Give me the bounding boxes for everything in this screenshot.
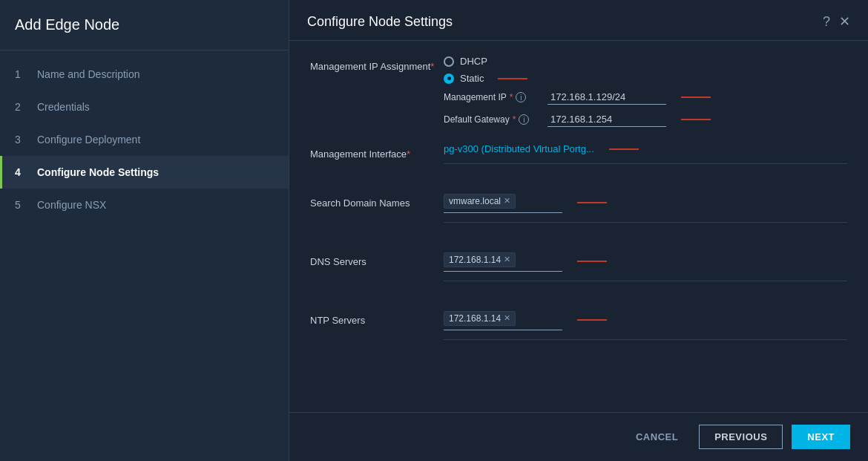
main-panel: Configure Node Settings ? ✕ Management I… bbox=[289, 0, 868, 461]
mgmt-ip-info-icon[interactable]: i bbox=[516, 92, 526, 102]
help-icon[interactable]: ? bbox=[823, 14, 830, 30]
header-icons: ? ✕ bbox=[823, 13, 850, 30]
sidebar-item-configure-deployment[interactable]: 3 Configure Deployment bbox=[0, 123, 289, 156]
management-interface-label: Management Interface* bbox=[310, 143, 444, 161]
static-indicator bbox=[498, 78, 527, 79]
management-interface-field: pg-v300 (Distributed Virtual Portg... bbox=[444, 143, 847, 176]
sidebar-title: Add Edge Node bbox=[0, 0, 289, 50]
sidebar: Add Edge Node 1 Name and Description 2 C… bbox=[0, 0, 289, 461]
ntp-servers-label: NTP Servers bbox=[310, 310, 444, 327]
step-number-1: 1 bbox=[15, 68, 27, 80]
radio-static-circle[interactable] bbox=[444, 73, 454, 84]
ntp-servers-row: NTP Servers 172.168.1.14 ✕ bbox=[310, 310, 847, 352]
cancel-button[interactable]: CANCEL bbox=[624, 425, 690, 448]
management-ip-input[interactable] bbox=[548, 90, 666, 105]
search-domain-indicator bbox=[577, 202, 607, 203]
step-label-3: Configure Deployment bbox=[37, 134, 140, 146]
dns-tag-close[interactable]: ✕ bbox=[504, 255, 510, 264]
search-domain-divider bbox=[444, 222, 847, 223]
close-icon[interactable]: ✕ bbox=[839, 13, 850, 30]
dns-divider bbox=[444, 281, 847, 281]
sidebar-item-credentials[interactable]: 2 Credentials bbox=[0, 91, 289, 123]
search-domain-input[interactable]: vmware.local ✕ bbox=[444, 192, 562, 213]
management-interface-row: Management Interface* pg-v300 (Distribut… bbox=[310, 143, 847, 176]
dhcp-label: DHCP bbox=[460, 56, 487, 67]
search-domain-label: Search Domain Names bbox=[310, 192, 444, 210]
management-interface-link[interactable]: pg-v300 (Distributed Virtual Portg... bbox=[444, 143, 594, 154]
panel-footer: CANCEL PREVIOUS NEXT bbox=[289, 412, 868, 461]
interface-indicator bbox=[609, 148, 639, 150]
req-star-iface: * bbox=[407, 148, 410, 160]
management-ip-assignment-row: Management IP Assignment* DHCP Static bbox=[310, 56, 847, 127]
radio-static[interactable]: Static bbox=[444, 73, 847, 84]
step-number-4: 4 bbox=[15, 166, 27, 178]
management-ip-label: Management IP Assignment* bbox=[310, 56, 444, 73]
dns-indicator bbox=[577, 261, 607, 262]
dns-server-tag: 172.168.1.14 ✕ bbox=[444, 252, 516, 267]
req-star-mgmt: * bbox=[510, 92, 513, 102]
sidebar-item-configure-nsx[interactable]: 5 Configure NSX bbox=[0, 189, 289, 221]
default-gateway-input[interactable] bbox=[548, 112, 666, 127]
default-gateway-subrow: Default Gateway* i bbox=[444, 112, 847, 127]
ntp-indicator bbox=[577, 319, 607, 321]
step-label-2: Credentials bbox=[37, 101, 90, 113]
radio-dhcp[interactable]: DHCP bbox=[444, 56, 847, 67]
dns-servers-row: DNS Servers 172.168.1.14 ✕ bbox=[310, 251, 847, 293]
ip-assignment-field: DHCP Static Management IP* i bbox=[444, 56, 847, 127]
gw-info-icon[interactable]: i bbox=[519, 114, 529, 125]
ntp-tag-close[interactable]: ✕ bbox=[504, 313, 510, 323]
radio-dhcp-circle[interactable] bbox=[444, 56, 454, 67]
search-domain-field: vmware.local ✕ bbox=[444, 192, 847, 235]
default-gateway-sublabel: Default Gateway* i bbox=[444, 114, 540, 125]
required-star-ip: * bbox=[430, 61, 434, 72]
interface-divider bbox=[444, 163, 847, 164]
panel-header: Configure Node Settings ? ✕ bbox=[289, 0, 868, 41]
radio-group-ip: DHCP Static bbox=[444, 56, 847, 84]
step-number-5: 5 bbox=[15, 199, 27, 211]
previous-button[interactable]: PREVIOUS bbox=[699, 425, 783, 449]
panel-content: Management IP Assignment* DHCP Static bbox=[289, 41, 868, 412]
sidebar-item-name-description[interactable]: 1 Name and Description bbox=[0, 58, 289, 91]
dns-servers-label: DNS Servers bbox=[310, 251, 444, 269]
ntp-server-tag: 172.168.1.14 ✕ bbox=[444, 311, 516, 326]
step-number-2: 2 bbox=[15, 101, 27, 113]
sidebar-steps: 1 Name and Description 2 Credentials 3 C… bbox=[0, 50, 289, 229]
mgmt-ip-indicator bbox=[681, 97, 711, 98]
step-label-4: Configure Node Settings bbox=[37, 166, 159, 178]
next-button[interactable]: NEXT bbox=[792, 425, 850, 449]
step-label-5: Configure NSX bbox=[37, 199, 106, 211]
step-number-3: 3 bbox=[15, 134, 27, 146]
static-subfields: Management IP* i Default Gateway* i bbox=[444, 90, 847, 127]
management-ip-sublabel: Management IP* i bbox=[444, 92, 540, 102]
req-star-gw: * bbox=[513, 114, 516, 125]
management-ip-subrow: Management IP* i bbox=[444, 90, 847, 105]
dns-servers-field: 172.168.1.14 ✕ bbox=[444, 251, 847, 293]
panel-title: Configure Node Settings bbox=[307, 14, 453, 30]
ntp-servers-input[interactable]: 172.168.1.14 ✕ bbox=[444, 310, 562, 330]
search-domain-row: Search Domain Names vmware.local ✕ bbox=[310, 192, 847, 235]
gw-indicator bbox=[681, 119, 711, 120]
search-domain-tag-close[interactable]: ✕ bbox=[504, 196, 510, 206]
sidebar-item-configure-node-settings[interactable]: 4 Configure Node Settings bbox=[0, 156, 289, 189]
ntp-servers-field: 172.168.1.14 ✕ bbox=[444, 310, 847, 352]
dns-servers-input[interactable]: 172.168.1.14 ✕ bbox=[444, 251, 562, 272]
static-label: Static bbox=[460, 73, 484, 84]
ntp-divider bbox=[444, 339, 847, 340]
search-domain-tag: vmware.local ✕ bbox=[444, 194, 516, 209]
step-label-1: Name and Description bbox=[37, 68, 140, 80]
